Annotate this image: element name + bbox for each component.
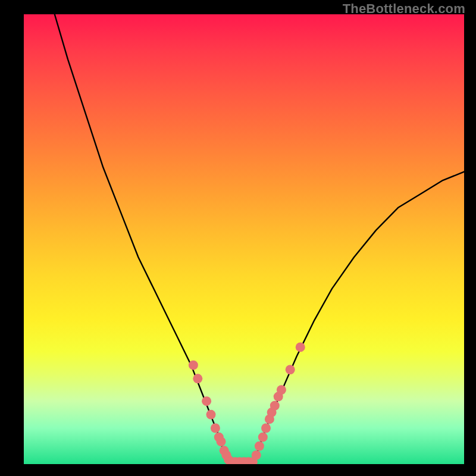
- marker-dot: [277, 385, 286, 394]
- curve-lines: [55, 14, 464, 464]
- marker-dot: [261, 424, 271, 433]
- bottleneck-curve: [55, 14, 464, 464]
- marker-dot: [258, 433, 268, 442]
- marker-dot: [217, 437, 226, 446]
- marker-dot: [189, 361, 198, 370]
- marker-dot: [202, 396, 211, 406]
- marker-dot: [286, 365, 295, 374]
- watermark-text: TheBottleneck.com: [343, 1, 465, 17]
- marker-dot: [211, 424, 220, 433]
- marker-dots: [189, 342, 305, 464]
- marker-dot: [270, 401, 280, 411]
- marker-dot: [206, 410, 216, 419]
- marker-dot: [255, 441, 264, 451]
- curve-canvas: [24, 14, 464, 464]
- marker-dot: [193, 374, 202, 383]
- marker-dot: [252, 450, 261, 460]
- marker-dot: [296, 342, 305, 352]
- chart-frame: TheBottleneck.com: [0, 0, 476, 476]
- plot-area: [24, 14, 464, 464]
